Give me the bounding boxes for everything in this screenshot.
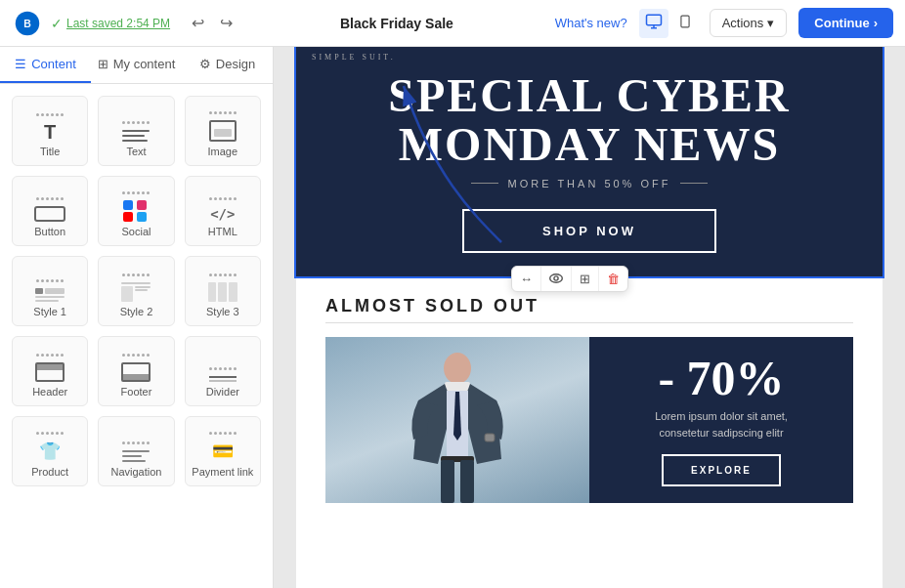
- widget-navigation-label: Navigation: [111, 466, 162, 478]
- widget-divider-label: Divider: [206, 386, 239, 398]
- hero-subtext-row: MORE THAN 50% OFF: [296, 170, 883, 197]
- tab-content[interactable]: ☰ Content: [0, 47, 91, 83]
- topbar: B ✓ Last saved 2:54 PM ↩ ↪ Black Friday …: [0, 0, 905, 47]
- payment-widget-icon: 💳: [212, 441, 234, 462]
- widget-style2-label: Style 2: [120, 306, 153, 317]
- saved-link[interactable]: Last saved 2:54 PM: [66, 17, 170, 30]
- shop-btn-wrapper: SHOP NOW: [296, 197, 883, 276]
- email-canvas: SIMPLE SUIT. SPECIAL CYBER MONDAY NEWS M…: [296, 47, 883, 588]
- continue-button[interactable]: Continue ›: [798, 8, 893, 38]
- widget-product[interactable]: 👕 Product: [12, 416, 88, 486]
- continue-label: Continue: [814, 16, 869, 30]
- widget-drag-handle: [209, 432, 237, 435]
- widget-drag-handle: [122, 273, 150, 276]
- divider-widget-icon: [209, 376, 237, 382]
- undo-button[interactable]: ↩: [186, 10, 210, 36]
- widget-product-label: Product: [31, 466, 68, 478]
- widget-style1-label: Style 1: [33, 306, 66, 317]
- check-icon: ✓: [51, 16, 63, 31]
- whats-new-link[interactable]: What's new?: [555, 16, 627, 30]
- hero-block[interactable]: SIMPLE SUIT. SPECIAL CYBER MONDAY NEWS M…: [296, 47, 883, 276]
- discount-desc-line1: Lorem ipsum dolor sit amet,: [655, 408, 788, 426]
- footer-widget-icon: [121, 362, 151, 382]
- redo-button[interactable]: ↪: [214, 10, 238, 36]
- my-content-tab-icon: ⊞: [98, 57, 108, 71]
- widget-navigation[interactable]: Navigation: [98, 416, 174, 486]
- widget-image[interactable]: Image: [185, 96, 261, 166]
- tab-my-content[interactable]: ⊞ My content: [91, 47, 182, 83]
- widget-drag-handle: [209, 197, 237, 200]
- my-content-tab-label: My content: [113, 57, 176, 71]
- svg-rect-14: [441, 460, 454, 503]
- widget-drag-handle: [122, 121, 150, 124]
- widget-html-label: HTML: [208, 226, 237, 237]
- style1-widget-icon: [35, 288, 65, 302]
- widget-button[interactable]: Button: [12, 176, 88, 246]
- product-row: - 70% Lorem ipsum dolor sit amet, conset…: [325, 337, 853, 503]
- chevron-down-icon: ▾: [767, 16, 774, 30]
- product-image: [325, 337, 589, 503]
- topbar-right-actions: What's new? Actions ▾ Continue ›: [555, 8, 893, 38]
- style2-widget-icon: [121, 282, 151, 302]
- widget-divider[interactable]: Divider: [185, 336, 261, 406]
- html-widget-icon: </>: [210, 206, 235, 222]
- svg-text:B: B: [23, 18, 31, 29]
- svg-rect-2: [646, 15, 661, 25]
- widget-drag-handle: [122, 191, 150, 194]
- undo-redo-group: ↩ ↪: [186, 10, 238, 36]
- design-tab-label: Design: [216, 57, 255, 71]
- explore-button[interactable]: EXPLORE: [662, 454, 781, 486]
- widget-payment-label: Payment link: [192, 466, 253, 478]
- navigation-widget-icon: [122, 450, 150, 462]
- header-widget-icon: [35, 362, 65, 382]
- widget-text[interactable]: Text: [98, 96, 174, 166]
- dash-left-icon: [471, 183, 498, 184]
- discount-description: Lorem ipsum dolor sit amet, consetetur s…: [655, 408, 788, 442]
- title-widget-icon: T: [44, 122, 56, 142]
- widget-style3-label: Style 3: [206, 306, 239, 317]
- svg-point-8: [554, 276, 558, 280]
- widget-style3[interactable]: Style 3: [185, 256, 261, 326]
- hero-title: SPECIAL CYBER MONDAY NEWS: [325, 71, 853, 170]
- widget-style2[interactable]: Style 2: [98, 256, 174, 326]
- widget-drag-handle: [209, 111, 237, 114]
- toolbar-delete-button[interactable]: 🗑: [599, 267, 627, 291]
- tab-design[interactable]: ⚙ Design: [182, 47, 273, 83]
- widget-image-label: Image: [208, 146, 238, 157]
- toolbar-move-button[interactable]: ↔: [512, 267, 541, 291]
- widget-title[interactable]: T Title: [12, 96, 88, 166]
- main-layout: ☰ Content ⊞ My content ⚙ Design T Title: [0, 47, 905, 588]
- widget-payment[interactable]: 💳 Payment link: [185, 416, 261, 486]
- left-panel: ☰ Content ⊞ My content ⚙ Design T Title: [0, 47, 274, 588]
- widget-header[interactable]: Header: [12, 336, 88, 406]
- widget-footer[interactable]: Footer: [98, 336, 174, 406]
- widget-social[interactable]: Social: [98, 176, 174, 246]
- style3-widget-icon: [208, 282, 237, 302]
- toolbar-visibility-button[interactable]: [541, 267, 572, 291]
- mobile-view-button[interactable]: [672, 9, 698, 38]
- arrow-right-icon: ›: [874, 16, 878, 30]
- product-widget-icon: 👕: [39, 441, 61, 462]
- widget-html[interactable]: </> HTML: [185, 176, 261, 246]
- canvas-area: SIMPLE SUIT. SPECIAL CYBER MONDAY NEWS M…: [274, 47, 905, 588]
- content-tab-label: Content: [31, 57, 76, 71]
- sold-out-section: ALMOST SOLD OUT: [296, 276, 883, 519]
- widget-drag-handle: [36, 432, 64, 435]
- dash-right-icon: [680, 183, 708, 184]
- desktop-view-button[interactable]: [639, 9, 668, 38]
- product-info-panel: - 70% Lorem ipsum dolor sit amet, conset…: [589, 337, 853, 503]
- toolbar-duplicate-button[interactable]: ⊞: [572, 267, 599, 291]
- svg-point-7: [550, 274, 563, 282]
- actions-label: Actions: [722, 16, 764, 30]
- hero-subtext: MORE THAN 50% OFF: [508, 178, 671, 189]
- discount-desc-line2: consetetur sadipscing elitr: [655, 425, 788, 442]
- shop-now-button[interactable]: SHOP NOW: [462, 209, 716, 253]
- actions-button[interactable]: Actions ▾: [710, 9, 788, 37]
- widget-style1[interactable]: Style 1: [12, 256, 88, 326]
- save-status: ✓ Last saved 2:54 PM: [51, 16, 170, 31]
- widget-header-label: Header: [32, 386, 67, 398]
- svg-point-10: [444, 353, 471, 384]
- widget-drag-handle: [36, 354, 64, 357]
- widget-panel-content: T Title Text Image: [0, 84, 273, 588]
- device-toggle-group: [639, 9, 698, 38]
